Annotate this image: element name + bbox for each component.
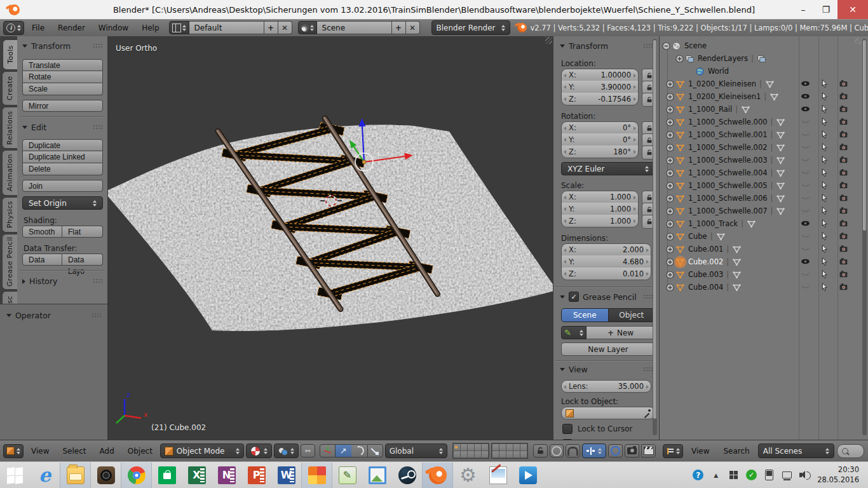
visibility-eye-icon[interactable] (801, 180, 810, 190)
visibility-eye-icon[interactable] (801, 282, 810, 292)
rotation-x-field[interactable]: X:0° (561, 121, 639, 134)
rotation-mode-dropdown[interactable]: XYZ Euler (561, 162, 655, 175)
data-layout-button[interactable]: Data Layo (62, 254, 103, 266)
shade-smooth-button[interactable]: Smooth (22, 226, 62, 238)
selectable-pointer-icon[interactable] (820, 269, 829, 279)
menu-file[interactable]: File (26, 24, 50, 32)
tool-tab-animation[interactable]: Animation (2, 150, 17, 196)
lock-to-cursor-checkbox[interactable]: ✓ (562, 424, 573, 434)
taskbar-powerpoint[interactable]: P (241, 463, 271, 488)
renderable-camera-icon[interactable] (839, 117, 848, 126)
tool-tab-grease-pencil[interactable]: Grease Pencil (2, 234, 17, 290)
snap-element-dropdown[interactable] (582, 444, 606, 458)
shade-flat-button[interactable]: Flat (62, 226, 103, 238)
outliner-row[interactable]: 1_0200_Kleineisen1| (660, 90, 860, 103)
tool-tab-create[interactable]: Create (2, 71, 17, 105)
expand-icon[interactable] (665, 232, 675, 241)
scale-z-field[interactable]: Z:1.000 (561, 215, 639, 227)
outliner-row[interactable]: 1_0200_Kleineisen| (660, 78, 860, 90)
menu-select[interactable]: Select (57, 447, 92, 456)
selectable-pointer-icon[interactable] (820, 92, 829, 101)
duplicate-button[interactable]: Duplicate (22, 139, 103, 151)
clock[interactable]: 20:30 28.05.2016 (817, 465, 862, 485)
layer-cell[interactable] (461, 451, 467, 458)
join-button[interactable]: Join (22, 180, 103, 192)
selectable-pointer-icon[interactable] (820, 180, 829, 190)
expand-icon[interactable] (665, 219, 675, 229)
snap-target-button[interactable] (608, 444, 623, 458)
scale-button[interactable]: Scale (22, 83, 103, 95)
layout-dropdown-button[interactable] (169, 21, 189, 34)
layers-grid-2[interactable] (491, 443, 528, 459)
expand-icon[interactable] (665, 270, 675, 280)
tool-tab-relations[interactable]: Relations (2, 107, 17, 149)
outliner-row[interactable]: 1_1000_Schwelle.006| (660, 192, 860, 205)
panel-header-view[interactable]: View (560, 365, 654, 374)
visibility-eye-icon[interactable] (801, 231, 810, 241)
lock-to-object-field[interactable] (561, 407, 655, 419)
expand-icon[interactable] (665, 194, 675, 203)
panel-grip-icon[interactable] (92, 313, 102, 318)
taskbar-blender[interactable] (422, 463, 453, 488)
panel-grip-icon[interactable] (93, 278, 104, 284)
layout-name-field[interactable]: Default (189, 21, 264, 34)
taskbar-word[interactable]: W (271, 463, 301, 488)
selectable-pointer-icon[interactable] (820, 219, 829, 228)
visibility-eye-icon[interactable] (801, 92, 810, 101)
outliner-row[interactable]: World (660, 65, 860, 78)
display-mode-dropdown[interactable]: All Scenes (758, 444, 834, 458)
network-icon[interactable] (782, 470, 792, 480)
selectable-pointer-icon[interactable] (820, 155, 829, 165)
renderable-camera-icon[interactable] (839, 180, 848, 190)
delete-button[interactable]: Delete (22, 163, 103, 175)
area-resize-corner[interactable] (855, 37, 862, 44)
visibility-eye-icon[interactable] (801, 142, 810, 152)
outliner-row[interactable]: Cube.002| (660, 255, 860, 268)
layer-cell[interactable] (520, 444, 527, 451)
menu-view[interactable]: View (25, 447, 55, 456)
layer-cell[interactable] (506, 444, 513, 451)
dimension-x-field[interactable]: X:2.000 (561, 243, 651, 256)
outliner-row[interactable]: 1_1000_Schwelle.002| (660, 141, 860, 154)
selectable-pointer-icon[interactable] (820, 257, 829, 266)
visibility-eye-icon[interactable] (801, 244, 810, 254)
outliner-row[interactable]: 1_1000_Schwelle.000| (660, 116, 860, 128)
opengl-render-anim-button[interactable] (641, 444, 656, 458)
expand-icon[interactable] (665, 156, 675, 165)
panel-header-operator[interactable]: Operator (6, 311, 102, 320)
collapse-icon[interactable] (661, 41, 671, 51)
layer-cell[interactable] (468, 451, 474, 458)
duplicate-linked-button[interactable]: Duplicate Linked (22, 151, 103, 163)
expand-icon[interactable] (665, 105, 675, 114)
dimension-y-field[interactable]: Y:4.680 (561, 255, 651, 268)
layer-cell[interactable] (454, 451, 460, 458)
renderable-camera-icon[interactable] (839, 104, 848, 114)
area-resize-corner[interactable] (545, 37, 552, 44)
selectable-pointer-icon[interactable] (820, 282, 829, 292)
expand-icon[interactable] (665, 283, 675, 292)
editor-type-info-button[interactable]: i (3, 21, 24, 35)
viewport-shading-dropdown[interactable] (246, 444, 272, 458)
scrollbar[interactable] (653, 39, 657, 435)
lens-field[interactable]: Lens:35.000 (561, 380, 651, 393)
outliner-row[interactable]: Cube.004| (660, 281, 860, 294)
visibility-eye-icon[interactable] (801, 206, 810, 215)
scene-name-field[interactable]: Scene (317, 21, 392, 34)
scene-dropdown-button[interactable] (298, 21, 317, 34)
tool-tab-tools[interactable]: Tools (3, 39, 18, 70)
dimension-z-field[interactable]: Z:0.010 (561, 268, 651, 280)
taskbar-explorer[interactable] (60, 463, 91, 488)
pivot-point-dropdown[interactable] (274, 444, 299, 458)
expand-icon[interactable] (665, 118, 675, 127)
layer-cell[interactable] (492, 451, 499, 458)
visibility-eye-icon[interactable] (801, 79, 810, 88)
gp-tab-scene[interactable]: Scene (561, 308, 609, 322)
windows-tray-icon[interactable] (728, 470, 739, 480)
renderable-camera-icon[interactable] (839, 130, 848, 139)
close-button[interactable]: ✕ (837, 0, 868, 19)
expand-icon[interactable] (665, 143, 675, 152)
renderable-camera-icon[interactable] (839, 168, 848, 177)
manipulator-translate-toggle[interactable]: ↗ (336, 444, 351, 458)
transform-orientation-dropdown[interactable]: Global (385, 444, 447, 458)
selectable-pointer-icon[interactable] (820, 142, 829, 152)
